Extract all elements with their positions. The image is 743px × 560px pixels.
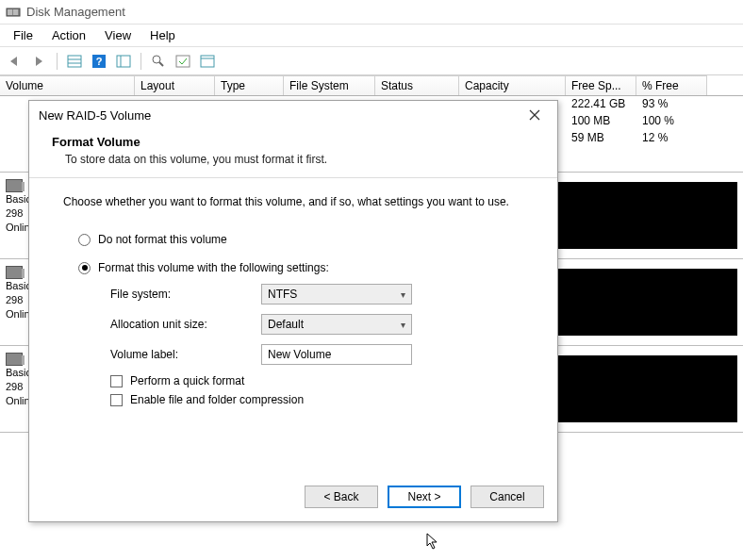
app-title: Disk Management xyxy=(26,5,125,19)
props-icon[interactable] xyxy=(196,51,219,72)
svg-rect-2 xyxy=(13,9,18,15)
new-raid5-volume-dialog: New RAID-5 Volume Format Volume To store… xyxy=(28,100,558,522)
radio-format-with-settings[interactable]: Format this volume with the following se… xyxy=(78,261,523,274)
radio-icon xyxy=(78,234,91,246)
volume-label-input[interactable]: New Volume xyxy=(261,344,412,365)
col-status[interactable]: Status xyxy=(375,75,459,95)
volume-grid-header: Volume Layout Type File System Status Ca… xyxy=(0,75,743,96)
disk-size: 298 xyxy=(6,294,23,305)
col-file-system[interactable]: File System xyxy=(284,75,375,95)
menu-action[interactable]: Action xyxy=(42,25,95,45)
svg-rect-1 xyxy=(8,9,12,15)
disk-icon xyxy=(6,179,23,192)
cell-free-space: 59 MB xyxy=(566,130,636,147)
wizard-header: Format Volume To store data on this volu… xyxy=(29,129,557,178)
col-layout[interactable]: Layout xyxy=(135,75,215,95)
back-button[interactable]: < Back xyxy=(305,486,378,508)
chevron-down-icon: ▾ xyxy=(401,289,405,300)
label-file-system: File system: xyxy=(110,288,261,301)
cursor-icon xyxy=(426,533,439,550)
checkbox-quick-format[interactable]: Perform a quick format xyxy=(110,374,523,387)
help-icon[interactable]: ? xyxy=(88,51,110,72)
cell-pct-free: 93 % xyxy=(636,96,707,113)
checkbox-enable-compression[interactable]: Enable file and folder compression xyxy=(110,393,523,406)
checkbox-icon xyxy=(110,394,123,406)
checkbox-label: Perform a quick format xyxy=(130,374,244,387)
search-icon[interactable] xyxy=(147,51,170,72)
cancel-button[interactable]: Cancel xyxy=(471,486,544,508)
disk-type: Basic xyxy=(6,280,31,291)
file-system-value: NTFS xyxy=(268,288,297,301)
svg-point-10 xyxy=(153,56,160,63)
chevron-down-icon: ▾ xyxy=(401,320,405,330)
wizard-subheading: To store data on this volume, you must f… xyxy=(52,153,535,166)
svg-text:?: ? xyxy=(96,56,103,67)
dialog-title: New RAID-5 Volume xyxy=(39,108,151,123)
next-button[interactable]: Next > xyxy=(388,486,461,508)
disk-size: 298 xyxy=(6,381,23,392)
wizard-body: Choose whether you want to format this v… xyxy=(29,178,557,406)
cell-free-space: 100 MB xyxy=(566,113,636,130)
disk-icon xyxy=(6,266,23,279)
dialog-titlebar: New RAID-5 Volume xyxy=(29,101,557,129)
cell-free-space: 222.41 GB xyxy=(566,96,636,113)
disk-type: Basic xyxy=(6,193,31,205)
check-icon[interactable] xyxy=(172,51,194,72)
svg-rect-12 xyxy=(176,56,190,67)
allocation-unit-size-select[interactable]: Default ▾ xyxy=(261,314,412,335)
disk-icon xyxy=(6,353,23,366)
wizard-heading: Format Volume xyxy=(52,135,535,149)
menu-file[interactable]: File xyxy=(4,25,42,45)
volume-label-value: New Volume xyxy=(268,348,331,361)
checkbox-icon xyxy=(110,375,123,387)
radio-icon xyxy=(78,262,91,274)
disk-size: 298 xyxy=(6,207,23,219)
forward-icon[interactable] xyxy=(28,51,51,72)
cell-pct-free: 12 % xyxy=(636,130,707,147)
wizard-button-row: < Back Next > Cancel xyxy=(305,486,544,508)
radio-do-not-format[interactable]: Do not format this volume xyxy=(78,233,523,246)
menu-view[interactable]: View xyxy=(95,25,140,45)
cell-pct-free: 100 % xyxy=(636,113,707,130)
menubar: File Action View Help xyxy=(0,25,743,47)
col-type[interactable]: Type xyxy=(215,75,284,95)
svg-rect-3 xyxy=(68,56,81,67)
grid-icon[interactable] xyxy=(63,51,86,72)
toolbar: ? xyxy=(0,47,743,75)
label-allocation-unit-size: Allocation unit size: xyxy=(110,318,261,331)
col-pct-free[interactable]: % Free xyxy=(636,75,707,95)
col-capacity[interactable]: Capacity xyxy=(459,75,566,95)
allocation-unit-size-value: Default xyxy=(268,318,304,331)
radio-label: Do not format this volume xyxy=(98,233,227,246)
back-icon[interactable] xyxy=(4,51,26,72)
close-button[interactable] xyxy=(521,106,548,124)
svg-rect-8 xyxy=(117,56,130,67)
svg-line-11 xyxy=(159,62,163,66)
file-system-select[interactable]: NTFS ▾ xyxy=(261,284,412,305)
radio-label: Format this volume with the following se… xyxy=(98,261,329,274)
col-volume[interactable]: Volume xyxy=(0,75,135,95)
checkbox-label: Enable file and folder compression xyxy=(130,393,304,406)
svg-rect-13 xyxy=(201,56,214,67)
app-icon xyxy=(6,5,21,20)
disk-type: Basic xyxy=(6,367,31,378)
wizard-instruction: Choose whether you want to format this v… xyxy=(63,195,523,208)
list-icon[interactable] xyxy=(112,51,135,72)
menu-help[interactable]: Help xyxy=(140,25,185,45)
titlebar: Disk Management xyxy=(0,0,743,25)
label-volume-label: Volume label: xyxy=(110,348,261,361)
col-free-space[interactable]: Free Sp... xyxy=(566,75,636,95)
